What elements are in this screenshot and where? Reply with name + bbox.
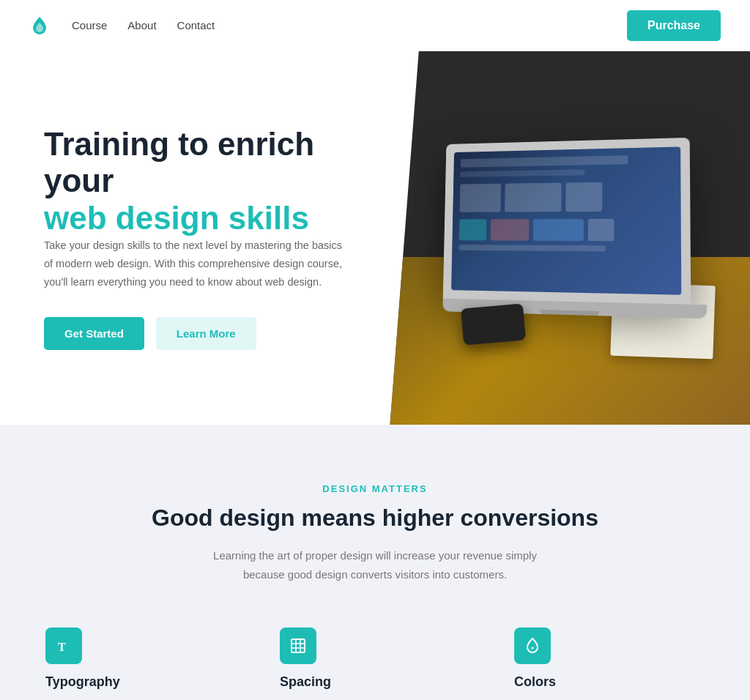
laptop	[443, 137, 708, 319]
screen-box-4	[459, 219, 487, 240]
typography-icon: T	[55, 637, 73, 655]
screen-box-7	[588, 219, 614, 241]
design-matters-section: DESIGN MATTERS Good design means higher …	[0, 425, 750, 700]
screen-box-2	[505, 183, 562, 212]
colors-title: Colors	[514, 674, 705, 690]
screen-ui	[452, 146, 681, 259]
section-description: Learning the art of proper design will i…	[192, 546, 558, 584]
phone-object	[461, 303, 526, 345]
hero-image-background	[390, 51, 750, 425]
feature-spacing: Spacing Using space properly is as impor…	[280, 628, 470, 700]
screen-boxes-2	[459, 219, 674, 242]
hero-image	[390, 51, 750, 425]
purchase-button[interactable]: Purchase	[627, 10, 721, 41]
typography-icon-box: T	[45, 628, 82, 664]
typography-description: Learn how to use typography properly–bri…	[45, 697, 236, 700]
section-title: Good design means higher conversions	[29, 504, 721, 532]
get-started-button[interactable]: Get Started	[44, 317, 144, 350]
screen-box-1	[460, 184, 502, 212]
svg-point-6	[531, 647, 534, 649]
hero-description: Take your design skills to the next leve…	[44, 237, 346, 291]
screen-bar-2	[461, 169, 584, 177]
svg-rect-1	[292, 639, 305, 652]
logo[interactable]	[29, 15, 50, 36]
screen-box-6	[533, 219, 584, 241]
typography-title: Typography	[45, 674, 236, 690]
colors-icon-box	[514, 628, 551, 664]
hero-title-dark: Training to enrich your	[44, 126, 314, 199]
learn-more-button[interactable]: Learn More	[156, 317, 256, 350]
spacing-description: Using space properly is as important as …	[280, 697, 470, 700]
hero-title-teal: web design skills	[44, 200, 309, 236]
screen-bar-1	[461, 155, 628, 168]
features-grid: T Typography Learn how to use typography…	[45, 628, 705, 700]
hero-content: Training to enrich your web design skill…	[0, 51, 390, 425]
nav-link-contact[interactable]: Contact	[177, 19, 215, 31]
nav-links: Course About Contact	[72, 19, 215, 32]
section-eyebrow: DESIGN MATTERS	[29, 483, 721, 494]
nav-link-about[interactable]: About	[127, 19, 156, 31]
spacing-icon-box	[280, 628, 316, 664]
screen-bar-3	[459, 245, 606, 251]
feature-colors: Colors Learn how to enhance your designs…	[514, 628, 705, 700]
screen-box-5	[491, 219, 530, 241]
screen-box-3	[565, 182, 602, 212]
nav-item-course[interactable]: Course	[72, 19, 107, 32]
nav-item-about[interactable]: About	[127, 19, 156, 32]
colors-description: Learn how to enhance your designs and us…	[514, 697, 705, 700]
feature-typography: T Typography Learn how to use typography…	[45, 628, 236, 700]
laptop-scene	[390, 51, 750, 425]
logo-icon	[29, 15, 50, 36]
screen-boxes	[460, 181, 674, 212]
colors-icon	[524, 637, 541, 655]
svg-text:T: T	[58, 641, 66, 653]
spacing-icon	[289, 637, 307, 655]
laptop-body	[443, 138, 691, 305]
hero-section: Training to enrich your web design skill…	[0, 51, 750, 425]
nav-link-course[interactable]: Course	[72, 19, 107, 31]
laptop-screen	[451, 146, 681, 294]
nav-item-contact[interactable]: Contact	[177, 19, 215, 32]
spacing-title: Spacing	[280, 674, 470, 690]
navbar: Course About Contact Purchase	[0, 0, 750, 51]
hero-buttons: Get Started Learn More	[44, 317, 346, 350]
